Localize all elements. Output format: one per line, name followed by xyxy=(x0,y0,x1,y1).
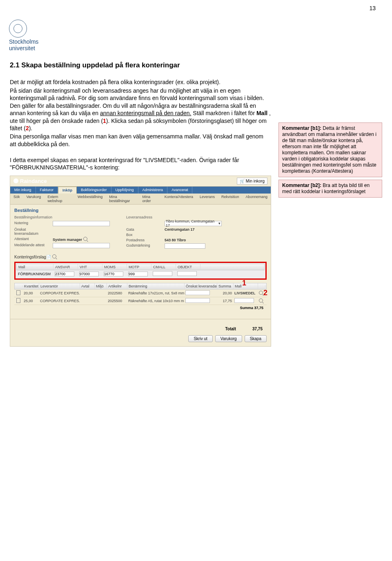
subtab-sok[interactable]: Sök xyxy=(10,194,23,204)
col-summa: Summa xyxy=(217,283,234,289)
address-select[interactable]: Tibro kommun, Centrumgatan 17▾ xyxy=(165,221,222,226)
skapa-button[interactable]: Skapa xyxy=(245,335,267,342)
subtab-kontera[interactable]: Kontera/Attestera xyxy=(161,194,196,204)
summa-row: Summa 37,75 xyxy=(10,305,271,311)
r2-lev-date[interactable] xyxy=(185,298,210,303)
r2-art: 2025500 xyxy=(107,298,127,304)
para-2c3: ). xyxy=(29,125,33,131)
motp-input[interactable]: 999 xyxy=(128,272,148,276)
moms-input[interactable]: 16770 xyxy=(104,272,123,276)
ansvar-input[interactable]: 23700 xyxy=(55,272,74,276)
cell-mall: FÖRBRUKNINGSM xyxy=(16,271,53,277)
section-heading: 2.1 Skapa beställning uppdelad på flera … xyxy=(10,61,271,69)
comment-b1: Kommentar [b1]: Detta är främst användba… xyxy=(278,122,382,177)
col-objekt: OBJEKT xyxy=(176,264,200,270)
col-benamning: Benämning xyxy=(127,283,185,289)
r1-sum: 20,00 xyxy=(217,290,233,296)
subtab-extern[interactable]: Extern webshop xyxy=(44,194,74,204)
para-1: Det är möjligt att fördela kostnaden på … xyxy=(10,78,271,86)
lbl-medd: Meddelande attest xyxy=(14,243,51,248)
subtab-rekvisition[interactable]: Rekvisition xyxy=(218,194,243,204)
vht-input[interactable]: 97000 xyxy=(79,272,99,276)
trash-icon[interactable] xyxy=(16,290,20,295)
subtab-mina-order[interactable]: Mina order xyxy=(139,194,161,204)
skriv-ut-button[interactable]: Skriv ut xyxy=(188,335,212,342)
lbl-gata: Gata xyxy=(126,227,163,232)
search-icon[interactable] xyxy=(52,254,56,258)
item-row-1: 20,00 CORPORATE EXPRES...📄 2022580 Räkne… xyxy=(14,289,267,297)
post-value: 543 80 Tibro xyxy=(165,238,222,242)
tab-avancerat[interactable]: Avancerat xyxy=(167,187,192,194)
right-section-label: Leveransadress xyxy=(126,215,222,219)
left-section-label: Beställningsinformation xyxy=(14,215,110,219)
col-avtal: Avtal xyxy=(80,283,95,289)
primary-tabs: Min inkorg Fakturor Inköp Bokföringsorde… xyxy=(10,187,271,194)
app-screenshot: Raindance 🛒 Min inkorg Min inkorg Faktur… xyxy=(10,176,271,347)
search-icon[interactable] xyxy=(259,298,263,303)
tab-uppfoljning[interactable]: Uppföljning xyxy=(111,187,138,194)
col-motp: MOTP xyxy=(127,264,151,270)
cmall-input[interactable] xyxy=(153,271,172,276)
subtab-varukorg[interactable]: Varukorg xyxy=(23,194,45,204)
subtab-webb[interactable]: Webbeställning xyxy=(74,194,106,204)
comment-b1-text: Detta är främst användbart om mallarna i… xyxy=(282,125,376,174)
search-icon[interactable] xyxy=(259,291,263,295)
kontering-header: Mall ANSVAR VHT MOMS MOTP CMALL OBJEKT xyxy=(16,264,265,270)
attestant-value: System manager xyxy=(53,238,82,242)
medd-input[interactable] xyxy=(53,243,110,248)
para-4: I detta exempel skapas en separat konter… xyxy=(10,156,271,171)
konter-label: Konteringsförslag📄 xyxy=(10,252,271,261)
tab-bokforingsorder[interactable]: Bokföringsorder xyxy=(77,187,111,194)
inbox-button[interactable]: 🛒 Min inkorg xyxy=(237,178,267,185)
search-icon[interactable] xyxy=(83,237,87,241)
para-2: På sidan där konteringsmall och leverans… xyxy=(10,87,271,132)
r2-lev[interactable]: CORPORATE EXPRES...📄 xyxy=(39,298,80,304)
r1-lev-date[interactable] xyxy=(185,290,210,295)
r1-art: 2022580 xyxy=(107,290,127,296)
objekt-input[interactable] xyxy=(177,271,197,276)
r1-mall-field[interactable]: LIVSMEDEL xyxy=(233,290,258,296)
page-number: 13 xyxy=(0,0,392,11)
para-3: Dina personliga mallar visas men man kan… xyxy=(10,133,271,148)
col-onskat-lev: Önskat leveransdatum xyxy=(185,283,217,289)
lbl-attestant: Attestant xyxy=(14,237,51,242)
r2-qty: 25,00 xyxy=(22,298,39,304)
col-miljo: Miljö xyxy=(95,283,107,289)
totalt-row: Totalt 37,75 xyxy=(10,319,271,334)
trash-icon[interactable] xyxy=(16,298,20,303)
logo-line2: universitet xyxy=(9,45,392,51)
logo-line1: Stockholms xyxy=(9,38,392,45)
r2-ben: Räknehäfte A5, rutat 10x10 mm mörkgr... xyxy=(127,298,184,304)
col-kvantitet: Kvantitet xyxy=(23,283,39,289)
raindrop-icon xyxy=(13,178,18,183)
comment-b2: Kommentar [b2]: Bra att byta bild till e… xyxy=(278,180,382,198)
col-mall: Mall xyxy=(17,264,53,270)
col-leverantor: Leverantör xyxy=(39,283,80,289)
cart-label: Min inkorg xyxy=(246,179,265,183)
tab-fakturor[interactable]: Fakturor xyxy=(36,187,58,194)
callout-2: 2 xyxy=(263,289,267,297)
crest-icon xyxy=(9,20,27,38)
tab-inkop[interactable]: Inköp xyxy=(58,187,77,194)
gata-value: Centrumgatan 17 xyxy=(165,227,222,232)
varukorg-button[interactable]: Varukorg xyxy=(215,335,242,342)
gods-input[interactable] xyxy=(165,243,205,249)
callout-1: 1 xyxy=(242,279,246,287)
subtab-mina-best[interactable]: Mina beställningar xyxy=(106,194,139,204)
lbl-post: Postadress xyxy=(126,238,163,242)
r1-lev[interactable]: CORPORATE EXPRES...📄 xyxy=(39,290,80,296)
subtab-leverans[interactable]: Leverans xyxy=(196,194,218,204)
notering-input[interactable] xyxy=(53,221,110,226)
kontering-row: FÖRBRUKNINGSM 23700 97000 16770 999 xyxy=(16,270,265,278)
col-ansvar: ANSVAR xyxy=(53,264,78,270)
r2-sum: 17,75 xyxy=(217,298,233,304)
r2-mall-field[interactable] xyxy=(234,298,254,303)
secondary-tabs: Sök Varukorg Extern webshop Webbeställni… xyxy=(10,194,271,205)
subtab-abonnemang[interactable]: Abonnemang xyxy=(242,194,271,204)
r1-qty: 20,00 xyxy=(22,290,39,296)
app-brand: Raindance xyxy=(13,178,47,184)
red-1: 1 xyxy=(103,118,106,124)
tab-min-inkorg[interactable]: Min inkorg xyxy=(10,187,36,194)
tab-administrera[interactable]: Administrera xyxy=(138,187,168,194)
col-artikelnr: Artikelnr xyxy=(107,283,127,289)
